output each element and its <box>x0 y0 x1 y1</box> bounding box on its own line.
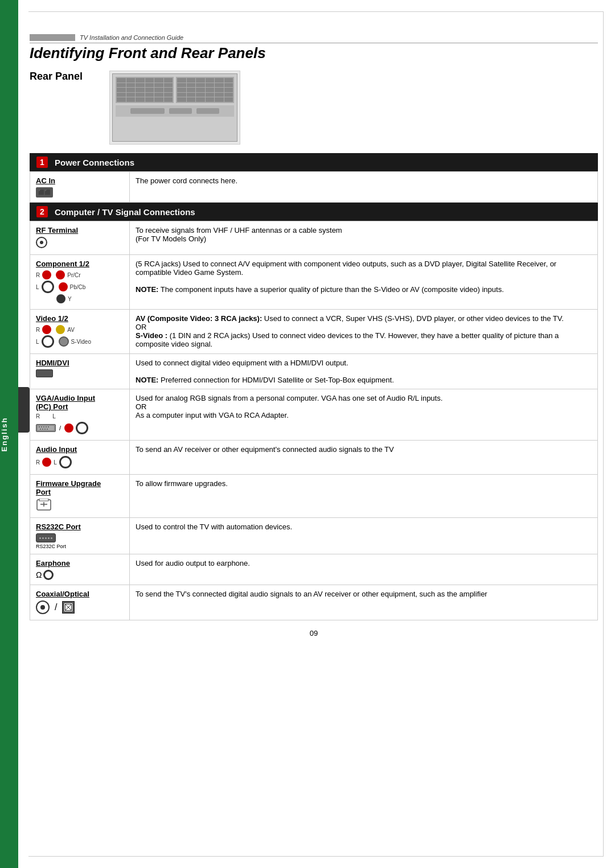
desc-cell-rf: To receive signals from VHF / UHF antenn… <box>130 221 598 255</box>
port-cell-rf: RF Terminal <box>30 221 130 255</box>
vga-icon-area: R L <box>36 413 124 434</box>
svg-point-11 <box>44 429 46 430</box>
port-cell-hdmi: HDMI/DVI <box>30 354 130 389</box>
earphone-omega-icon: Ω <box>36 570 42 579</box>
component-row-r: R Pr/Cr <box>36 270 124 279</box>
component-icon-area: R Pr/Cr L Pb/Cb Y <box>36 270 124 303</box>
table-row-video: Video 1/2 R AV L S-Video <box>30 310 598 354</box>
svideo-icon <box>59 336 69 347</box>
page-border-right <box>603 11 604 857</box>
svg-line-19 <box>65 604 71 610</box>
table-row-audio-input: Audio Input R L To send an AV receiver o… <box>30 441 598 475</box>
port-label-video: Video 1/2 <box>36 314 124 323</box>
component-row-l: L Pb/Cb <box>36 281 124 293</box>
desc-cell-firmware: To allow firmware upgrades. <box>130 475 598 518</box>
port-cell-rs232: RS232C Port RS232C Port <box>30 518 130 554</box>
audio-input-icon-area: R L <box>36 456 124 468</box>
audio-r-icon <box>42 458 51 467</box>
table-row-coaxial: Coaxial/Optical / <box>30 585 598 620</box>
desc-cell-component: (5 RCA jacks) Used to connect A/V equipm… <box>130 255 598 310</box>
port-cell-audio-input: Audio Input R L <box>30 441 130 475</box>
video-r-icon <box>42 325 51 334</box>
vga-connector-row: / <box>36 422 124 434</box>
video-row-l: L S-Video <box>36 335 124 348</box>
port-label-firmware: Firmware UpgradePort <box>36 479 124 496</box>
svg-point-7 <box>46 426 47 427</box>
ac-icon-area: ⬛⬛ <box>36 187 124 198</box>
sidebar-dark-tab <box>18 387 30 433</box>
video-icon-area: R AV L S-Video <box>36 325 124 348</box>
vga-row: R L <box>36 413 124 421</box>
firmware-description: To allow firmware upgrades. <box>136 479 228 488</box>
port-label-rs232: RS232C Port <box>36 523 124 531</box>
port-label-component: Component 1/2 <box>36 260 124 268</box>
rs232-port-icon <box>36 533 56 542</box>
svg-rect-1 <box>38 370 51 373</box>
section-2-title: Computer / TV Signal Connections <box>55 207 195 217</box>
component-y-icon <box>56 294 65 303</box>
vga-r-icon <box>64 423 73 433</box>
section-1-number: 1 <box>36 157 48 168</box>
audio-input-row: R L <box>36 456 124 468</box>
svg-point-5 <box>41 426 42 427</box>
port-cell-ac: AC In ⬛⬛ <box>30 172 130 203</box>
component-pb-icon <box>59 282 68 291</box>
component-row-y: Y <box>36 294 124 303</box>
video-row-r: R AV <box>36 325 124 334</box>
svg-rect-14 <box>39 499 48 501</box>
desc-cell-hdmi: Used to connect digital video equipment … <box>130 354 598 389</box>
table-row-vga: VGA/Audio Input(PC) Port R L <box>30 389 598 441</box>
port-cell-firmware: Firmware UpgradePort <box>30 475 130 518</box>
vga-l-icon <box>76 422 88 434</box>
desc-cell-audio-input: To send an AV receiver or other equipmen… <box>130 441 598 475</box>
sidebar-label: English <box>0 417 18 451</box>
svg-point-12 <box>47 429 48 430</box>
table-row-component: Component 1/2 R Pr/Cr L Pb/Cb <box>30 255 598 310</box>
port-label-rf: RF Terminal <box>36 226 124 235</box>
component-l-icon <box>42 281 54 293</box>
svg-point-8 <box>48 426 49 427</box>
section-1-title: Power Connections <box>55 158 134 167</box>
port-cell-vga: VGA/Audio Input(PC) Port R L <box>30 389 130 441</box>
audio-l-icon <box>59 456 72 468</box>
header-area: TV Installation and Connection Guide Ide… <box>30 34 598 62</box>
section-2-header: 2 Computer / TV Signal Connections <box>30 203 598 221</box>
port-cell-coaxial: Coaxial/Optical / <box>30 585 130 620</box>
component-r-icon <box>42 270 51 279</box>
port-label-ac: AC In <box>36 176 124 185</box>
table-row-firmware: Firmware UpgradePort To allow firmware u… <box>30 475 598 518</box>
hdmi-port-icon <box>36 369 53 377</box>
port-label-audio-input: Audio Input <box>36 445 124 454</box>
port-label-coaxial: Coaxial/Optical <box>36 590 124 598</box>
section-2-number: 2 <box>36 206 48 217</box>
port-cell-component: Component 1/2 R Pr/Cr L Pb/Cb <box>30 255 130 310</box>
desc-cell-video: AV (Composite Video: 3 RCA jacks): Used … <box>130 310 598 354</box>
svg-rect-17 <box>64 603 73 612</box>
page-border-bottom <box>28 856 604 857</box>
rs232-icon-area <box>36 533 124 542</box>
earphone-port-icon <box>43 570 54 580</box>
coaxial-icon-area: / <box>36 600 124 614</box>
svg-point-4 <box>39 426 40 427</box>
page-title: Identifying Front and Rear Panels <box>30 44 598 62</box>
rs232-description: Used to control the TV with automation d… <box>136 523 292 531</box>
svg-point-9 <box>40 429 41 430</box>
port-cell-video: Video 1/2 R AV L S-Video <box>30 310 130 354</box>
vga-port-icon <box>36 424 56 432</box>
earphone-description: Used for audio output to earphone. <box>136 559 250 567</box>
earphone-icon-area: Ω <box>36 570 124 580</box>
guide-label: TV Installation and Connection Guide <box>30 34 598 43</box>
port-label-earphone: Earphone <box>36 559 124 567</box>
table-row-rf: RF Terminal To receive signals from VHF … <box>30 221 598 255</box>
coaxial-inner-icon <box>40 605 45 610</box>
page-border-top <box>28 11 604 12</box>
rs232-sub-label: RS232C Port <box>36 544 124 549</box>
table-row-rs232: RS232C Port RS232C Port Used to control … <box>30 518 598 554</box>
video-l-icon <box>42 335 54 348</box>
main-content: TV Installation and Connection Guide Ide… <box>30 0 598 660</box>
table-row: AC In ⬛⬛ The power cord connects here. <box>30 172 598 203</box>
svg-point-6 <box>43 426 44 427</box>
rear-panel-section: Rear Panel <box>30 71 598 145</box>
ac-port-icon: ⬛⬛ <box>36 187 53 198</box>
usb-port-icon <box>36 499 52 511</box>
